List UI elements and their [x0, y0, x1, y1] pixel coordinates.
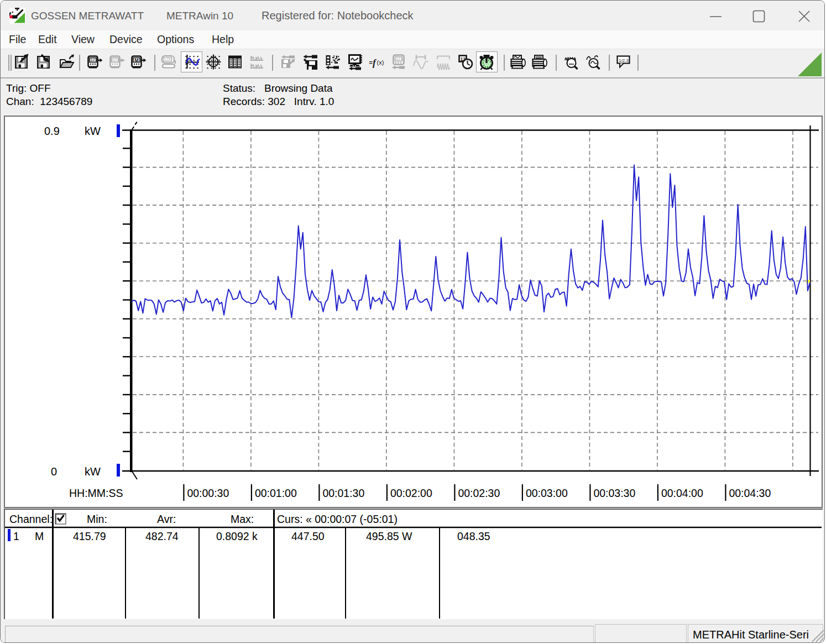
svg-text:415.79: 415.79 — [73, 530, 106, 542]
svg-text:Channel:: Channel: — [9, 513, 53, 525]
svg-text:495.85 W: 495.85 W — [366, 530, 412, 542]
svg-text:00:00:30: 00:00:30 — [187, 487, 229, 499]
svg-text:Avr:: Avr: — [157, 513, 176, 525]
svg-text:Min:: Min: — [87, 513, 107, 525]
svg-text:00:01:00: 00:01:00 — [255, 487, 297, 499]
svg-text:kW: kW — [85, 125, 101, 137]
svg-text:1/2.3: 1/2.3 — [619, 58, 629, 63]
svg-text:(x): (x) — [377, 59, 384, 66]
svg-text:0: 0 — [51, 465, 57, 478]
svg-text:M: M — [35, 530, 44, 542]
svg-text:048.35: 048.35 — [457, 530, 490, 542]
svg-text:1257: 1257 — [164, 57, 172, 62]
svg-text:Max:: Max: — [231, 513, 254, 525]
svg-text:kW: kW — [85, 465, 101, 478]
svg-text:1: 1 — [13, 530, 19, 542]
svg-text:M: M — [134, 57, 139, 63]
svg-text:32I: 32I — [112, 58, 120, 62]
svg-text:00:02:00: 00:02:00 — [390, 487, 432, 499]
svg-text:0.9: 0.9 — [44, 125, 60, 137]
svg-text:00:04:00: 00:04:00 — [661, 487, 703, 499]
svg-text:HH:MM:SS: HH:MM:SS — [69, 487, 123, 499]
svg-text:Curs: « 00:00:07 (-05:01): Curs: « 00:00:07 (-05:01) — [277, 513, 398, 525]
svg-text:=: = — [369, 59, 373, 66]
svg-text:447.50: 447.50 — [291, 530, 325, 542]
svg-text:00:02:30: 00:02:30 — [458, 487, 500, 499]
svg-text:00:01:30: 00:01:30 — [322, 487, 364, 499]
svg-text:00:03:30: 00:03:30 — [593, 487, 635, 499]
svg-text:00:03:00: 00:03:00 — [526, 487, 568, 499]
svg-text:482.74: 482.74 — [145, 530, 179, 542]
svg-text:321: 321 — [396, 57, 403, 61]
svg-text:32I: 32I — [90, 58, 98, 62]
svg-text:00:04:30: 00:04:30 — [729, 487, 771, 499]
svg-text:0.8092 k: 0.8092 k — [216, 530, 258, 542]
